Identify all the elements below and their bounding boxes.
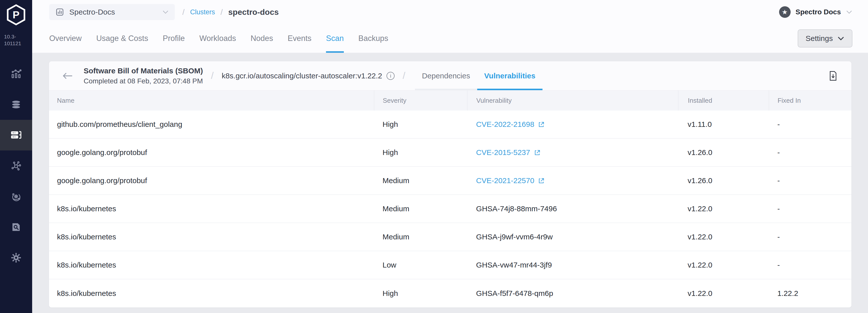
bar-chart-icon [55,7,64,17]
chevron-down-icon [837,36,844,41]
download-report-button[interactable] [829,71,837,81]
column-header-name: Name [49,90,374,111]
sidebar-nav [0,59,32,273]
cve-link-label: CVE-2015-5237 [476,148,530,157]
settings-gear-icon [10,252,22,263]
cell-severity: Medium [374,205,467,213]
sbom-title: Software Bill of Materials (SBOM) [84,67,203,75]
cell-vulnerability: GHSA-vw47-mr44-3jf9 [467,261,678,269]
breadcrumb-separator: / [182,7,185,17]
sidebar-item-profiles[interactable] [0,89,32,120]
cell-fixed-in: - [769,232,851,241]
cell-installed: v1.22.0 [678,232,769,241]
cell-name: k8s.io/kubernetes [49,205,374,213]
table-row: k8s.io/kubernetes High GHSA-f5f7-6478-qm… [49,279,851,308]
cell-installed: v1.11.0 [678,120,769,129]
app-version: 10.3-101121 [0,33,23,47]
sidebar-item-audit[interactable] [0,212,32,242]
cell-severity: High [374,120,467,129]
clusters-servers-icon [10,129,22,141]
cell-installed: v1.22.0 [678,205,769,213]
tab-dependencies[interactable]: Dependencies [415,61,477,90]
palette-logo: P [0,4,32,26]
sidebar-item-clusters[interactable] [0,120,32,151]
cell-installed: v1.22.0 [678,261,769,269]
tab-usage-costs[interactable]: Usage & Costs [96,24,148,53]
project-selector[interactable]: Spectro-Docs [49,4,175,20]
cell-severity: High [374,148,467,157]
breadcrumb-current: spectro-docs [228,7,279,17]
column-header-installed: Installed [678,90,769,111]
cell-severity: High [374,289,467,298]
sbom-completed-at: Completed at 08 Feb, 2023, 07:48 PM [84,77,203,85]
settings-button-label: Settings [806,34,833,43]
cell-fixed-in: - [769,120,851,129]
cell-fixed-in: - [769,261,851,269]
info-icon[interactable]: i [386,72,395,80]
registries-orbit-icon [10,191,22,202]
table-row: k8s.io/kubernetes Low GHSA-vw47-mr44-3jf… [49,251,851,279]
breadcrumb: / Clusters / spectro-docs [182,7,279,17]
column-header-fixed-in: Fixed In [769,90,851,111]
external-link-icon [538,121,545,128]
topbar-row-breadcrumb: Spectro-Docs / Clusters / spectro-docs ★… [32,0,868,24]
cell-name: google.golang.org/protobuf [49,148,374,157]
cve-link-label: CVE-2021-22570 [476,176,534,185]
sidebar-item-registries[interactable] [0,181,32,212]
table-row: k8s.io/kubernetes Medium GHSA-74j8-88mm-… [49,195,851,223]
cve-link[interactable]: CVE-2015-5237 [476,148,541,157]
cell-installed: v1.22.0 [678,289,769,298]
cell-fixed-in: - [769,205,851,213]
scanned-image-ref: k8s.gcr.io/autoscaling/cluster-autoscale… [222,71,382,80]
audit-search-doc-icon [10,221,22,233]
sbom-title-block: Software Bill of Materials (SBOM) Comple… [84,67,203,85]
cluster-tabs: Overview Usage & Costs Profile Workloads… [49,24,388,53]
breadcrumb-separator: / [220,7,223,17]
sidebar: P 10.3-101121 [0,0,32,313]
palette-hexagon-logo-icon: P [6,4,26,26]
project-selector-label: Spectro-Docs [69,8,157,16]
topbar: Spectro-Docs / Clusters / spectro-docs ★… [32,0,868,53]
tab-nodes[interactable]: Nodes [251,24,273,53]
header-separator: / [211,70,214,81]
cell-vulnerability: CVE-2021-22570 [467,176,678,185]
back-button[interactable] [62,72,73,80]
settings-button[interactable]: Settings [798,29,852,48]
tab-backups[interactable]: Backups [359,24,388,53]
column-header-severity: Severity [374,90,467,111]
tab-scan[interactable]: Scan [326,24,344,53]
workspaces-network-icon [10,160,22,171]
cell-severity: Medium [374,232,467,241]
cell-name: k8s.io/kubernetes [49,261,374,269]
tab-vulnerabilities[interactable]: Vulnerabilities [477,61,542,90]
cell-fixed-in: - [769,148,851,157]
tab-workloads[interactable]: Workloads [199,24,236,53]
table-row: github.com/prometheus/client_golang High… [49,111,851,139]
sidebar-item-settings[interactable] [0,242,32,273]
cell-severity: Medium [374,176,467,185]
sbom-sub-tabs: Dependencies Vulnerabilities [415,61,542,90]
tab-profile[interactable]: Profile [163,24,185,53]
breadcrumb-link-clusters[interactable]: Clusters [190,8,215,16]
main-area: Spectro-Docs / Clusters / spectro-docs ★… [32,0,868,313]
scan-sbom-card: Software Bill of Materials (SBOM) Comple… [49,61,851,308]
account-menu[interactable]: ★ Spectro Docs [779,6,853,18]
tab-overview[interactable]: Overview [49,24,82,53]
tab-events[interactable]: Events [287,24,311,53]
table-header: Name Severity Vulnerability Installed Fi… [49,90,851,111]
cve-link[interactable]: CVE-2022-21698 [476,120,545,129]
cell-fixed-in: - [769,176,851,185]
cell-vulnerability: CVE-2022-21698 [467,120,678,129]
cell-installed: v1.26.0 [678,176,769,185]
table-row: k8s.io/kubernetes Medium GHSA-j9wf-vvm6-… [49,223,851,251]
chevron-down-icon [846,10,852,14]
sidebar-item-monitoring[interactable] [0,59,32,89]
header-separator: / [403,70,405,81]
chevron-down-icon [162,10,169,14]
table-row: google.golang.org/protobuf High CVE-2015… [49,139,851,167]
content-area: Software Bill of Materials (SBOM) Comple… [32,53,868,313]
cve-link[interactable]: CVE-2021-22570 [476,176,545,185]
sbom-header: Software Bill of Materials (SBOM) Comple… [49,61,851,90]
sidebar-item-workspaces[interactable] [0,151,32,181]
external-link-icon [538,177,545,184]
